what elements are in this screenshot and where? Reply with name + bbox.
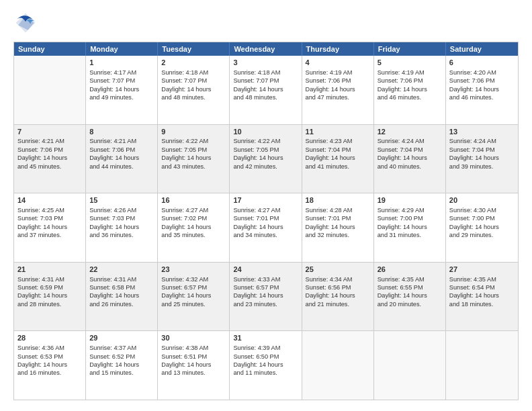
header-day-monday: Monday (86, 42, 158, 56)
day-info-line: Sunrise: 4:22 AM (233, 137, 298, 145)
day-info-line: and 11 minutes. (233, 369, 298, 377)
day-number: 24 (233, 265, 298, 275)
cal-cell-3-3: 24Sunrise: 4:33 AMSunset: 6:57 PMDayligh… (230, 263, 302, 331)
day-info-line: Sunrise: 4:22 AM (161, 137, 226, 145)
day-info-line: Sunrise: 4:33 AM (233, 275, 298, 283)
day-info-line: Sunset: 7:03 PM (89, 214, 154, 222)
day-info-line: Sunrise: 4:24 AM (378, 137, 442, 145)
header-day-thursday: Thursday (302, 42, 374, 56)
day-info-line: and 31 minutes. (378, 231, 442, 239)
day-number: 30 (161, 333, 226, 343)
day-info-line: Sunrise: 4:35 AM (449, 275, 515, 283)
day-info-line: Sunrise: 4:18 AM (161, 68, 226, 77)
day-info-line: Sunset: 7:06 PM (378, 77, 442, 85)
day-info-line: and 29 minutes. (449, 231, 515, 239)
cal-cell-3-1: 22Sunrise: 4:31 AMSunset: 6:58 PMDayligh… (86, 263, 158, 331)
day-info-line: and 42 minutes. (233, 163, 298, 171)
day-info-line: and 43 minutes. (161, 163, 226, 171)
cal-cell-0-5: 5Sunrise: 4:19 AMSunset: 7:06 PMDaylight… (374, 56, 446, 124)
cal-cell-3-0: 21Sunrise: 4:31 AMSunset: 6:59 PMDayligh… (14, 263, 86, 331)
cal-cell-1-0: 7Sunrise: 4:21 AMSunset: 7:06 PMDaylight… (14, 125, 86, 193)
day-info-line: and 13 minutes. (161, 369, 226, 377)
calendar: SundayMondayTuesdayWednesdayThursdayFrid… (13, 42, 519, 400)
day-info-line: Sunrise: 4:18 AM (233, 68, 298, 77)
day-info-line: and 15 minutes. (89, 369, 154, 377)
cal-cell-4-0: 28Sunrise: 4:36 AMSunset: 6:53 PMDayligh… (14, 331, 86, 400)
calendar-row-0: 1Sunrise: 4:17 AMSunset: 7:07 PMDaylight… (14, 56, 518, 124)
day-number: 12 (378, 127, 442, 137)
day-info-line: Sunset: 7:04 PM (378, 146, 442, 154)
day-info-line: Sunset: 6:51 PM (161, 353, 226, 361)
day-info-line: Sunset: 7:05 PM (161, 146, 226, 154)
day-info-line: and 46 minutes. (449, 93, 515, 101)
day-info-line: and 41 minutes. (306, 163, 370, 171)
cal-cell-4-5 (374, 331, 446, 400)
day-info-line: and 32 minutes. (306, 231, 370, 239)
day-info-line: Daylight: 14 hours (161, 223, 226, 231)
day-number: 14 (17, 195, 82, 205)
day-info-line: Sunrise: 4:23 AM (306, 137, 370, 145)
calendar-body: 1Sunrise: 4:17 AMSunset: 7:07 PMDaylight… (14, 56, 518, 400)
day-info-line: Sunrise: 4:29 AM (378, 206, 442, 214)
day-info-line: Sunset: 7:06 PM (17, 146, 82, 154)
day-number: 22 (89, 265, 154, 275)
cal-cell-1-6: 13Sunrise: 4:24 AMSunset: 7:04 PMDayligh… (446, 125, 518, 193)
day-number: 9 (161, 127, 226, 137)
day-info-line: Sunrise: 4:31 AM (89, 275, 154, 283)
day-info-line: Sunrise: 4:37 AM (89, 344, 154, 352)
day-info-line: and 26 minutes. (89, 300, 154, 308)
header-day-wednesday: Wednesday (230, 42, 302, 56)
day-info-line: Daylight: 14 hours (161, 291, 226, 300)
header-day-saturday: Saturday (446, 42, 518, 56)
day-number: 31 (233, 333, 298, 343)
day-number: 19 (378, 195, 442, 205)
day-number: 8 (89, 127, 154, 137)
day-info-line: Sunset: 7:01 PM (306, 214, 370, 222)
day-info-line: Daylight: 14 hours (306, 85, 370, 93)
day-info-line: and 47 minutes. (306, 93, 370, 101)
day-info-line: Daylight: 14 hours (89, 223, 154, 231)
cal-cell-0-6: 6Sunrise: 4:20 AMSunset: 7:06 PMDaylight… (446, 56, 518, 124)
day-info-line: Sunset: 6:57 PM (233, 283, 298, 291)
day-info-line: and 35 minutes. (161, 231, 226, 239)
day-info-line: and 16 minutes. (17, 369, 82, 377)
day-number: 2 (161, 58, 226, 68)
cal-cell-2-5: 19Sunrise: 4:29 AMSunset: 7:00 PMDayligh… (374, 193, 446, 262)
logo-icon (13, 11, 38, 35)
calendar-row-1: 7Sunrise: 4:21 AMSunset: 7:06 PMDaylight… (14, 124, 518, 193)
day-info-line: Daylight: 14 hours (89, 85, 154, 93)
day-info-line: Sunrise: 4:27 AM (161, 206, 226, 214)
day-info-line: Daylight: 14 hours (161, 361, 226, 369)
day-info-line: Sunset: 7:06 PM (306, 77, 370, 85)
day-info-line: Daylight: 14 hours (449, 154, 515, 162)
day-info-line: Sunset: 7:07 PM (161, 77, 226, 85)
day-number: 21 (17, 265, 82, 275)
cal-cell-3-4: 25Sunrise: 4:34 AMSunset: 6:56 PMDayligh… (302, 263, 374, 331)
day-info-line: and 34 minutes. (233, 231, 298, 239)
cal-cell-4-4 (302, 331, 374, 400)
day-info-line: Sunset: 7:03 PM (17, 214, 82, 222)
day-info-line: Daylight: 14 hours (306, 154, 370, 162)
day-info-line: and 25 minutes. (161, 300, 226, 308)
day-number: 7 (17, 127, 82, 137)
day-info-line: Daylight: 14 hours (161, 154, 226, 162)
day-info-line: and 18 minutes. (449, 300, 515, 308)
day-info-line: Sunrise: 4:27 AM (233, 206, 298, 214)
day-info-line: Sunrise: 4:36 AM (17, 344, 82, 352)
cal-cell-4-1: 29Sunrise: 4:37 AMSunset: 6:52 PMDayligh… (86, 331, 158, 400)
day-info-line: Sunset: 7:00 PM (378, 214, 442, 222)
cal-cell-3-2: 23Sunrise: 4:32 AMSunset: 6:57 PMDayligh… (158, 263, 230, 331)
day-info-line: and 40 minutes. (378, 163, 442, 171)
day-info-line: and 44 minutes. (89, 163, 154, 171)
day-info-line: Daylight: 14 hours (89, 361, 154, 369)
day-info-line: Sunset: 6:54 PM (449, 283, 515, 291)
cal-cell-4-2: 30Sunrise: 4:38 AMSunset: 6:51 PMDayligh… (158, 331, 230, 400)
day-info-line: and 48 minutes. (233, 93, 298, 101)
day-info-line: Daylight: 14 hours (233, 154, 298, 162)
day-info-line: Sunset: 6:58 PM (89, 283, 154, 291)
day-number: 29 (89, 333, 154, 343)
day-number: 17 (233, 195, 298, 205)
cal-cell-2-0: 14Sunrise: 4:25 AMSunset: 7:03 PMDayligh… (14, 193, 86, 262)
day-info-line: Daylight: 14 hours (378, 154, 442, 162)
day-number: 20 (449, 195, 515, 205)
